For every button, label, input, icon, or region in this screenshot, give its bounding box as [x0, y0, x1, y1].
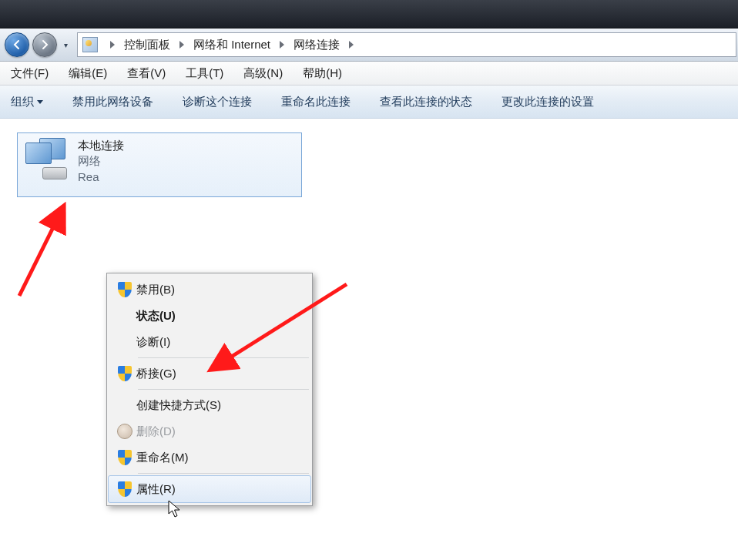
- toolbar-organize[interactable]: 组织: [11, 95, 43, 109]
- toolbar-disable-device[interactable]: 禁用此网络设备: [72, 95, 153, 109]
- ctx-delete: 删除(D): [109, 418, 310, 444]
- menu-view[interactable]: 查看(V): [124, 65, 169, 82]
- toolbar: 组织 禁用此网络设备 诊断这个连接 重命名此连接 查看此连接的状态 更改此连接的…: [0, 86, 738, 119]
- connection-status: 网络: [78, 153, 124, 169]
- menu-bar: 文件(F) 编辑(E) 查看(V) 工具(T) 高级(N) 帮助(H): [0, 62, 738, 86]
- ctx-status[interactable]: 状态(U): [109, 303, 310, 329]
- shield-icon: [118, 282, 132, 297]
- ctx-rename[interactable]: 重命名(M): [109, 444, 310, 471]
- toolbar-view-status[interactable]: 查看此连接的状态: [380, 95, 472, 109]
- shield-icon: [118, 481, 132, 497]
- menu-file[interactable]: 文件(F): [8, 65, 52, 82]
- menu-tools[interactable]: 工具(T): [183, 65, 226, 82]
- toolbar-diagnose[interactable]: 诊断这个连接: [183, 95, 252, 109]
- chevron-right-icon: [110, 41, 115, 49]
- nav-history-dropdown[interactable]: ▾: [60, 34, 71, 55]
- fingerprint-icon: [117, 424, 133, 439]
- network-adapter-icon: [25, 138, 70, 183]
- shield-icon: [118, 366, 132, 381]
- toolbar-change-settings[interactable]: 更改此连接的设置: [502, 95, 594, 109]
- menu-advanced[interactable]: 高级(N): [240, 65, 286, 82]
- context-menu: 禁用(B) 状态(U) 诊断(I) 桥接(G) 创建快捷方式(S) 删除(D) …: [106, 273, 313, 506]
- location-icon: [82, 37, 98, 52]
- ctx-disable[interactable]: 禁用(B): [109, 277, 310, 303]
- menu-edit[interactable]: 编辑(E): [65, 65, 110, 82]
- arrow-right-icon: [39, 39, 50, 50]
- connection-item-local[interactable]: 本地连接 网络 Rea: [17, 132, 302, 197]
- ctx-diagnose[interactable]: 诊断(I): [109, 329, 310, 355]
- ctx-properties[interactable]: 属性(R): [108, 475, 311, 503]
- connection-device: Rea: [78, 169, 124, 185]
- ctx-bridge[interactable]: 桥接(G): [109, 360, 310, 387]
- menu-separator: [138, 389, 309, 390]
- chevron-down-icon: [37, 100, 43, 104]
- connection-name: 本地连接: [78, 138, 124, 153]
- connection-text: 本地连接 网络 Rea: [78, 138, 124, 192]
- forward-button[interactable]: [32, 32, 57, 57]
- toolbar-organize-label: 组织: [11, 95, 34, 109]
- back-button[interactable]: [5, 32, 29, 57]
- arrow-left-icon: [12, 39, 22, 50]
- chevron-right-icon: [280, 41, 284, 49]
- shield-icon: [118, 450, 132, 465]
- chevron-right-icon: [349, 41, 354, 49]
- nav-bar: ▾ 控制面板 网络和 Internet 网络连接: [0, 29, 738, 62]
- breadcrumb-network-connections[interactable]: 网络连接: [290, 34, 343, 55]
- breadcrumb-control-panel[interactable]: 控制面板: [121, 34, 173, 55]
- address-bar[interactable]: 控制面板 网络和 Internet 网络连接: [77, 32, 736, 57]
- window-titlebar: [0, 0, 738, 29]
- chevron-right-icon: [179, 41, 184, 49]
- menu-separator: [138, 357, 309, 358]
- ctx-create-shortcut[interactable]: 创建快捷方式(S): [109, 392, 310, 418]
- annotation-arrow-icon: [19, 207, 63, 296]
- menu-separator: [138, 473, 309, 474]
- toolbar-rename[interactable]: 重命名此连接: [281, 95, 351, 109]
- breadcrumb-network-internet[interactable]: 网络和 Internet: [190, 34, 273, 55]
- content-area: 本地连接 网络 Rea 禁用(B) 状态(U) 诊断(I) 桥接(G) 创建快捷…: [0, 119, 738, 560]
- menu-help[interactable]: 帮助(H): [300, 65, 345, 82]
